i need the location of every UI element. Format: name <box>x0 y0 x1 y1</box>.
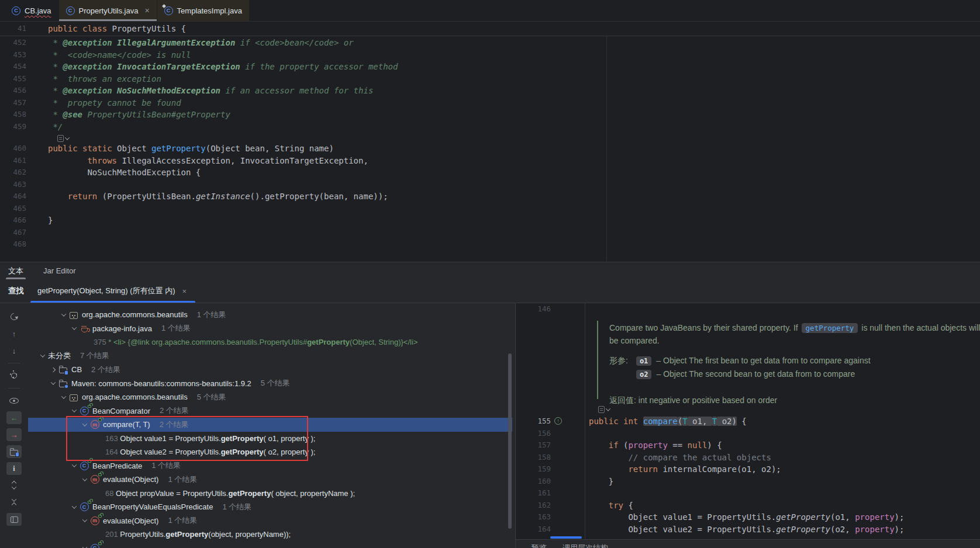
line-number: 457 <box>0 97 26 109</box>
code-token: return <box>68 192 98 201</box>
render-javadoc-toggle-icon[interactable] <box>57 134 69 143</box>
code-token: ); <box>895 525 905 534</box>
close-icon[interactable]: × <box>182 287 187 296</box>
find-result-tab[interactable]: getProperty(Object, String) (所有位置 内) × <box>37 286 187 296</box>
code-token: } <box>589 477 613 486</box>
code-line: 457 * propety cannot be found <box>0 97 980 109</box>
code-line: 468 <box>0 238 980 251</box>
code-token <box>589 501 609 510</box>
code-token <box>589 441 609 450</box>
tree-node-row[interactable]: C <box>0 542 515 548</box>
param-chip: o1 <box>636 356 651 366</box>
active-tab-underline <box>30 301 195 303</box>
result-count: 5 个结果 <box>261 378 290 389</box>
tree-node-row[interactable]: CBeanPredicate1 个结果 <box>0 459 515 473</box>
find-tool-window-header: 查找 getProperty(Object, String) (所有位置 内) … <box>0 279 980 303</box>
preview-footer: 预览调用层次结构 <box>516 539 980 548</box>
tab-label: TemplatesImpl.java <box>177 6 242 15</box>
result-count: 1 个结果 <box>222 502 251 512</box>
tree-scrollbar[interactable] <box>508 353 512 529</box>
tree-node-row[interactable]: org.apache.commons.beanutils1 个结果 <box>0 308 515 322</box>
tree-node-row[interactable]: mevaluate(Object)1 个结果 <box>0 473 515 487</box>
chevron-down-icon[interactable] <box>82 421 87 426</box>
line-number: 464 <box>0 190 26 203</box>
tree-node-row[interactable]: CBeanComparator2 个结果 <box>0 404 515 418</box>
tab-text[interactable]: 文本 <box>8 262 23 279</box>
line-number: 468 <box>0 238 26 251</box>
editor-tab-templatesimpl-java[interactable]: CTemplatesImpl.java <box>157 0 249 21</box>
code-token: try <box>609 501 623 510</box>
code-token: ) <box>732 417 737 426</box>
tree-node-label: evaluate(Object) <box>103 475 158 484</box>
chevron-down-icon[interactable] <box>72 408 77 412</box>
tree-node-row[interactable]: CBeanPropertyValueEqualsPredicate1 个结果 <box>0 500 515 514</box>
footer-tab-label[interactable]: 调用层次结构 <box>563 543 608 548</box>
result-line-row[interactable]: 375 * <li> {@link org.apache.commons.bea… <box>0 335 515 349</box>
code-token: return <box>628 464 658 474</box>
tree-node-row[interactable]: Maven: commons-beanutils:commons-beanuti… <box>0 377 515 391</box>
code-token: T <box>682 417 687 426</box>
code-token: o2 <box>717 417 731 426</box>
code-line: 453 * <code>name</code> is null <box>0 49 980 61</box>
tree-node-row[interactable]: mevaluate(Object)1 个结果 <box>0 514 515 528</box>
result-line-row[interactable]: 68 Object propValue = PropertyUtils.getP… <box>0 487 515 501</box>
chevron-down-icon[interactable] <box>82 476 87 481</box>
line-number: 164 <box>516 523 551 536</box>
method-icon: m <box>90 475 99 484</box>
code-line: 159 return internalCompare(o1, o2); <box>516 463 980 476</box>
code-token: } <box>48 216 53 225</box>
main-editor[interactable]: 41public class PropertyUtils { 452 * @ex… <box>0 22 980 262</box>
code-token: if <code>bean</code> or <box>240 38 354 47</box>
code-line: 452 * @exception IllegalArgumentExceptio… <box>0 37 980 49</box>
chevron-down-icon[interactable] <box>72 463 77 467</box>
tree-node-row[interactable]: mcompare(T, T)2 个结果 <box>0 418 515 432</box>
ide-window: CCB.javaCPropertyUtils.java×CTemplatesIm… <box>0 0 980 548</box>
footer-tab-label[interactable]: 预览 <box>532 543 547 548</box>
result-line-row[interactable]: 201 PropertyUtils.getProperty(object, pr… <box>0 528 515 542</box>
code-token: Object <box>112 144 151 153</box>
code-token: IllegalArgumentException <box>117 38 240 47</box>
tree-node-row[interactable]: org.apache.commons.beanutils5 个结果 <box>0 390 515 404</box>
chevron-down-icon[interactable] <box>61 311 66 316</box>
overrides-gutter-icon[interactable]: ↑ <box>554 417 562 425</box>
preview-editor[interactable]: 146155↑public int compare(T o1, T o2) {1… <box>515 303 980 548</box>
tree-node-row[interactable]: CB2 个结果 <box>0 363 515 377</box>
class-icon: C <box>80 407 89 415</box>
result-count: 7 个结果 <box>80 351 109 361</box>
result-line-row[interactable]: 163 Object value1 = PropertyUtils.getPro… <box>0 432 515 446</box>
code-token: * propety cannot be found <box>48 98 181 107</box>
usage-preview-text: 163 Object value1 = PropertyUtils.getPro… <box>105 434 315 443</box>
code-line: 162 try { <box>516 500 980 512</box>
chevron-down-icon[interactable] <box>82 545 87 548</box>
line-number: 453 <box>0 49 26 61</box>
code-line: 41public class PropertyUtils { <box>0 23 980 35</box>
code-token: ); <box>895 512 905 522</box>
chevron-down-icon[interactable] <box>51 380 56 385</box>
find-results-tree[interactable]: org.apache.commons.beanutils1 个结果package… <box>0 308 515 548</box>
tab-jar-editor[interactable]: Jar Editor <box>43 262 76 279</box>
package-icon <box>69 393 78 401</box>
chevron-right-icon[interactable] <box>51 367 56 372</box>
editor-tab-propertyutils-java[interactable]: CPropertyUtils.java× <box>59 0 157 21</box>
chevron-down-icon[interactable] <box>61 394 66 398</box>
horizontal-scrollbar[interactable] <box>550 536 582 539</box>
chevron-down-icon[interactable] <box>40 353 45 358</box>
find-label: 查找 <box>8 286 24 296</box>
chevron-down-icon[interactable] <box>82 518 87 522</box>
chevron-down-icon[interactable] <box>72 325 77 330</box>
chevron-down-icon[interactable] <box>72 504 77 508</box>
code-token: NoSuchMethodException <box>117 86 225 95</box>
tree-node-row[interactable]: package-info.java1 个结果 <box>0 322 515 336</box>
result-line-row[interactable]: 164 Object value2 = PropertyUtils.getPro… <box>0 445 515 459</box>
code-token: * <box>48 38 63 47</box>
code-token <box>589 464 628 474</box>
class-icon: C <box>12 6 20 15</box>
code-line: 458 * @see PropertyUtilsBean#getProperty <box>0 109 980 121</box>
code-token: T <box>712 417 717 426</box>
tree-node-row[interactable]: 未分类7 个结果 <box>0 349 515 363</box>
code-line: 158 // compare the actual objects <box>516 452 980 464</box>
code-line: 164 Object value2 = PropertyUtils.getPro… <box>516 523 980 536</box>
code-line: 156 <box>516 428 980 440</box>
close-icon[interactable]: × <box>144 6 149 15</box>
editor-tab-cb-java[interactable]: CCB.java <box>5 0 58 21</box>
